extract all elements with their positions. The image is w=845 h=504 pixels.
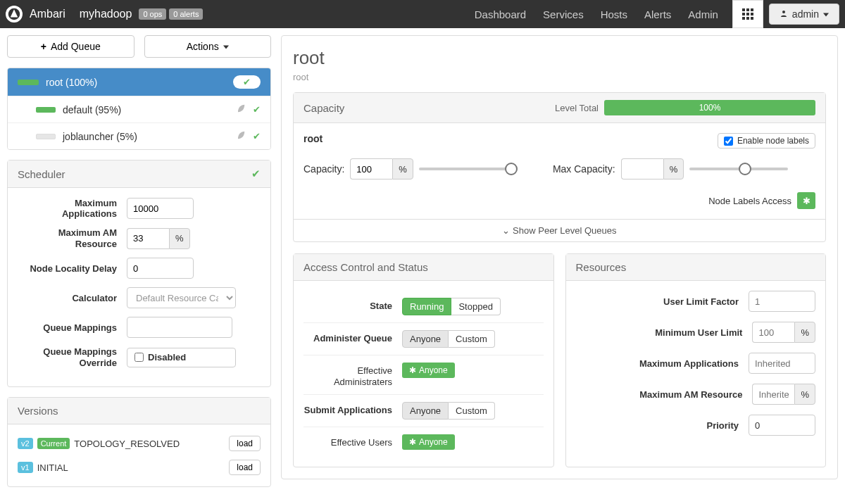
anyone-button[interactable]: Anyone [402,402,449,420]
version-name: TOPOLOGY_RESOLVED [74,439,229,449]
capacity-input[interactable] [350,158,392,179]
priority-input[interactable] [749,415,815,436]
level-total-bar: 100% [604,100,815,115]
node-labels-access-button[interactable]: ✱ [797,192,815,209]
max-apps-label: Maximum Applications [18,198,127,219]
pct-suffix: % [794,322,815,343]
check-icon: ✔ [243,77,251,87]
custom-button[interactable]: Custom [449,402,495,420]
caret-down-icon [823,8,829,20]
user-icon [780,8,788,20]
user-limit-factor-label: User Limit Factor [576,296,749,307]
alerts-badge[interactable]: 0 alerts [169,8,203,20]
add-queue-button[interactable]: Add Queue [7,35,134,58]
stopped-button[interactable]: Stopped [451,298,500,315]
queue-label: root (100%) [46,77,233,88]
acl-head: Access Control and Status [294,254,553,281]
scheduler-panel: Scheduler ✔ Maximum Applications Maximum… [7,160,271,387]
nav-dashboard[interactable]: Dashboard [466,0,534,28]
check-icon: ✔ [253,104,261,115]
grid-icon [742,8,753,20]
anyone-tag: ✱Anyone [402,434,455,450]
show-peer-toggle[interactable]: ⌄ Show Peer Level Queues [294,219,825,241]
svg-point-1 [782,11,785,13]
submit-apps-toggle[interactable]: Anyone Custom [402,402,495,420]
apps-grid-button[interactable] [732,0,763,28]
max-capacity-input[interactable] [621,158,663,179]
anyone-button[interactable]: Anyone [402,330,449,348]
node-locality-input[interactable] [127,258,194,279]
capacity-slider[interactable] [419,168,518,170]
actions-dropdown[interactable]: Actions [144,35,272,58]
min-user-limit-input[interactable] [752,322,794,343]
nav-services[interactable]: Services [534,0,592,28]
pct-suffix: % [392,158,413,179]
user-limit-factor-input[interactable] [749,291,815,312]
ops-badge[interactable]: 0 ops [139,8,166,20]
queue-label: default (95%) [63,104,236,115]
override-label: Queue Mappings Override [18,346,127,368]
load-button[interactable]: load [229,460,261,475]
resources-panel: Resources User Limit Factor Minimum User… [565,253,827,467]
anyone-tag: ✱Anyone [402,363,455,378]
queue-title: root [293,47,826,69]
scheduler-title: Scheduler [18,168,65,180]
enable-node-labels-checkbox[interactable]: Enable node labels [718,133,815,149]
queue-mappings-label: Queue Mappings [18,322,127,333]
max-apps-input[interactable] [127,198,194,219]
res-max-am-input[interactable] [752,384,794,405]
cluster-name[interactable]: myhadoop [80,8,132,20]
res-max-am-label: Maximum AM Resource [576,389,753,400]
nav-alerts[interactable]: Alerts [636,0,680,28]
res-max-apps-label: Maximum Applications [576,358,749,369]
res-max-apps-input[interactable] [749,353,815,374]
max-capacity-slider[interactable] [689,168,788,170]
plus-icon [41,41,51,52]
nav-hosts[interactable]: Hosts [592,0,636,28]
resources-head: Resources [566,254,826,281]
admin-queue-label: Administer Queue [303,330,402,344]
submit-apps-label: Submit Applications [303,402,402,416]
override-checkbox[interactable]: Disabled [127,348,236,367]
versions-panel: Versions v2 Current TOPOLOGY_RESOLVED lo… [7,397,271,487]
asterisk-icon: ✱ [409,437,416,447]
nav-admin[interactable]: Admin [680,0,727,28]
level-total-label: Level Total [555,103,599,113]
brand-text: Ambari [30,8,65,20]
slider-thumb[interactable] [739,163,751,175]
capacity-bar [18,80,39,85]
asterisk-icon: ✱ [803,196,810,206]
capacity-label: Capacity: [303,163,344,175]
queue-row-root[interactable]: root (100%) ✔ [8,68,270,96]
user-menu-button[interactable]: admin [769,4,839,25]
pct-suffix: % [794,384,815,405]
check-icon: ✔ [251,168,261,180]
running-button[interactable]: Running [402,298,451,315]
min-user-limit-label: Minimum User Limit [576,327,753,338]
current-tag: Current [37,438,70,449]
user-label: admin [792,8,819,20]
custom-button[interactable]: Custom [449,330,495,348]
status-pill: ✔ [233,75,261,89]
queue-detail-panel: root root Capacity Level Total 100% root… [281,35,838,479]
queue-mappings-input[interactable] [127,317,232,338]
leaf-icon [236,130,246,142]
acl-panel: Access Control and Status State Running … [293,253,554,467]
capacity-panel: Capacity Level Total 100% root Enable no… [293,92,826,242]
pct-suffix: % [663,158,684,179]
version-name: INITIAL [37,462,230,473]
state-label: State [303,298,402,312]
admin-queue-toggle[interactable]: Anyone Custom [402,330,495,348]
queue-row-joblauncher[interactable]: joblauncher (5%) ✔ [8,123,270,149]
breadcrumb: root [293,72,826,82]
queue-row-default[interactable]: default (95%) ✔ [8,96,270,123]
version-tag: v1 [18,462,33,473]
queue-label: joblauncher (5%) [63,131,236,142]
check-icon: ✔ [253,131,261,141]
state-toggle[interactable]: Running Stopped [402,298,501,315]
slider-thumb[interactable] [505,163,518,175]
calculator-select[interactable]: Default Resource Cal [127,287,236,308]
load-button[interactable]: load [229,436,261,451]
max-am-input[interactable] [127,228,169,249]
version-tag: v2 [18,438,33,449]
